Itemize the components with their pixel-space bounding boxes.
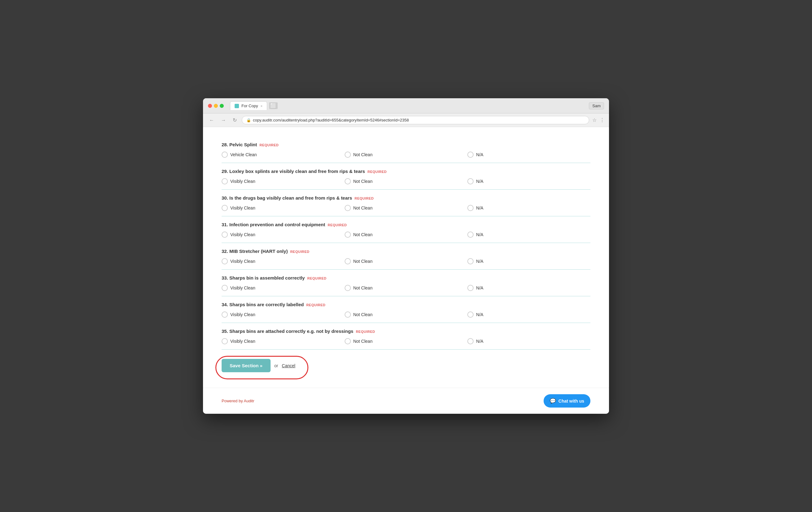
more-options-button[interactable]: ⋮ (600, 117, 605, 123)
radio-6-2[interactable] (345, 285, 351, 291)
address-bar[interactable]: 🔒 copy.auditr.com/auditentryload.php?aud… (242, 116, 589, 124)
options-row-1: Vehicle CleanNot CleanN/A (222, 151, 590, 158)
options-row-4: Visibly CleanNot CleanN/A (222, 231, 590, 238)
radio-2-3[interactable] (467, 178, 473, 184)
required-badge-4: REQUIRED (327, 223, 347, 227)
radio-1-3[interactable] (467, 151, 473, 158)
question-title-1: 28. Pelvic SplintREQUIRED (222, 142, 590, 147)
forward-button[interactable]: → (219, 117, 228, 124)
option-3-2: Not Clean (345, 205, 468, 211)
radio-5-2[interactable] (345, 258, 351, 264)
radio-1-1[interactable] (222, 151, 228, 158)
question-block-2: 29. Loxley box splints are visibly clean… (222, 163, 590, 190)
question-title-4: 31. Infection prevention and control equ… (222, 222, 590, 227)
radio-6-3[interactable] (467, 285, 473, 291)
option-label-5-2: Not Clean (353, 259, 373, 264)
option-6-3: N/A (467, 285, 590, 291)
option-2-2: Not Clean (345, 178, 468, 184)
question-block-6: 33. Sharps bin is assembled correctlyREQ… (222, 269, 590, 296)
refresh-button[interactable]: ↻ (231, 117, 239, 124)
radio-7-1[interactable] (222, 311, 228, 318)
radio-3-2[interactable] (345, 205, 351, 211)
option-label-5-1: Visibly Clean (230, 259, 255, 264)
bookmark-button[interactable]: ☆ (592, 117, 597, 123)
minimize-window-button[interactable] (214, 104, 218, 108)
question-title-8: 35. Sharps bins are attached correctly e… (222, 329, 590, 334)
footer-actions: Save Section » or Cancel (222, 350, 590, 378)
cancel-link[interactable]: Cancel (282, 363, 295, 368)
radio-7-2[interactable] (345, 311, 351, 318)
radio-3-1[interactable] (222, 205, 228, 211)
profile-button[interactable]: Sam (589, 102, 604, 109)
radio-4-3[interactable] (467, 231, 473, 238)
options-row-5: Visibly CleanNot CleanN/A (222, 258, 590, 264)
close-window-button[interactable] (208, 104, 212, 108)
new-tab-button[interactable]: ⬜ (269, 102, 278, 109)
option-5-2: Not Clean (345, 258, 468, 264)
radio-6-1[interactable] (222, 285, 228, 291)
active-tab[interactable]: For Copy × (230, 101, 267, 110)
save-section-button[interactable]: Save Section » (222, 359, 270, 372)
radio-5-1[interactable] (222, 258, 228, 264)
new-tab-icon: ⬜ (270, 103, 277, 109)
back-button[interactable]: ← (207, 117, 216, 124)
option-label-6-2: Not Clean (353, 285, 373, 290)
question-block-3: 30. Is the drugs bag visibly clean and f… (222, 190, 590, 216)
option-label-3-3: N/A (476, 205, 483, 210)
option-label-8-2: Not Clean (353, 339, 373, 344)
option-6-1: Visibly Clean (222, 285, 345, 291)
tab-close-button[interactable]: × (260, 104, 262, 108)
radio-4-2[interactable] (345, 231, 351, 238)
radio-4-1[interactable] (222, 231, 228, 238)
traffic-lights (208, 104, 224, 108)
radio-8-3[interactable] (467, 338, 473, 344)
page-content: 28. Pelvic SplintREQUIREDVehicle CleanNo… (203, 127, 609, 388)
chat-with-us-button[interactable]: 💬 Chat with us (544, 394, 590, 407)
option-label-7-3: N/A (476, 312, 483, 317)
chat-icon: 💬 (550, 398, 556, 404)
option-8-1: Visibly Clean (222, 338, 345, 344)
maximize-window-button[interactable] (220, 104, 224, 108)
radio-1-2[interactable] (345, 151, 351, 158)
browser-toolbar: ← → ↻ 🔒 copy.auditr.com/auditentryload.p… (203, 113, 609, 127)
options-row-3: Visibly CleanNot CleanN/A (222, 205, 590, 211)
option-3-1: Visibly Clean (222, 205, 345, 211)
option-label-8-3: N/A (476, 339, 483, 344)
option-4-3: N/A (467, 231, 590, 238)
radio-7-3[interactable] (467, 311, 473, 318)
question-block-5: 32. MIB Stretcher (HART only)REQUIREDVis… (222, 243, 590, 269)
question-title-6: 33. Sharps bin is assembled correctlyREQ… (222, 275, 590, 281)
option-2-1: Visibly Clean (222, 178, 345, 184)
radio-8-2[interactable] (345, 338, 351, 344)
chat-label: Chat with us (558, 399, 584, 403)
required-badge-1: REQUIRED (259, 143, 279, 147)
question-block-1: 28. Pelvic SplintREQUIREDVehicle CleanNo… (222, 136, 590, 163)
options-row-8: Visibly CleanNot CleanN/A (222, 338, 590, 344)
radio-2-2[interactable] (345, 178, 351, 184)
radio-3-3[interactable] (467, 205, 473, 211)
option-label-1-2: Not Clean (353, 152, 373, 157)
option-label-2-1: Visibly Clean (230, 179, 255, 184)
browser-titlebar: For Copy × ⬜ Sam (203, 98, 609, 113)
radio-8-1[interactable] (222, 338, 228, 344)
required-badge-6: REQUIRED (307, 277, 326, 280)
option-4-1: Visibly Clean (222, 231, 345, 238)
radio-5-3[interactable] (467, 258, 473, 264)
tab-area: For Copy × ⬜ (230, 101, 586, 110)
option-label-3-1: Visibly Clean (230, 205, 255, 210)
tab-favicon (235, 104, 239, 108)
question-title-2: 29. Loxley box splints are visibly clean… (222, 169, 590, 174)
option-8-2: Not Clean (345, 338, 468, 344)
radio-2-1[interactable] (222, 178, 228, 184)
option-5-3: N/A (467, 258, 590, 264)
question-block-8: 35. Sharps bins are attached correctly e… (222, 323, 590, 350)
question-title-3: 30. Is the drugs bag visibly clean and f… (222, 195, 590, 201)
required-badge-3: REQUIRED (354, 197, 374, 200)
option-5-1: Visibly Clean (222, 258, 345, 264)
question-block-7: 34. Sharps bins are correctly labelledRE… (222, 296, 590, 323)
option-8-3: N/A (467, 338, 590, 344)
page-footer: Powered by Auditr 💬 Chat with us (203, 388, 609, 414)
options-row-6: Visibly CleanNot CleanN/A (222, 285, 590, 291)
option-label-5-3: N/A (476, 259, 483, 264)
question-block-4: 31. Infection prevention and control equ… (222, 216, 590, 243)
